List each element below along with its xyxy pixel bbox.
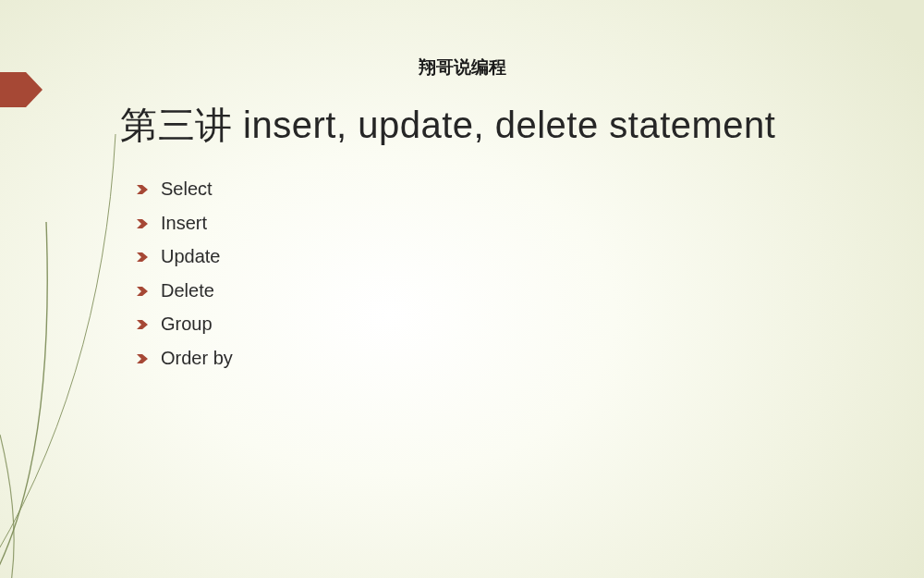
header-label: 翔哥说编程 (0, 55, 924, 80)
list-item: Update (137, 247, 233, 265)
bullet-icon (137, 318, 150, 331)
bullet-icon (137, 352, 150, 365)
svg-marker-6 (137, 354, 148, 363)
slide: 翔哥说编程 第三讲 insert, update, delete stateme… (0, 0, 924, 578)
list-item-label: Order by (161, 349, 233, 367)
list-item: Order by (137, 349, 233, 367)
svg-marker-2 (137, 219, 148, 228)
list-item: Select (137, 179, 233, 198)
svg-marker-4 (137, 287, 148, 296)
svg-marker-3 (137, 252, 148, 262)
list-item: Insert (137, 214, 233, 232)
bullet-list: Select Insert Update Delete Group Order … (137, 179, 233, 382)
bullet-icon (137, 285, 150, 298)
list-item-label: Update (161, 247, 221, 265)
slide-title: 第三讲 insert, update, delete statement (120, 100, 775, 151)
list-item: Group (137, 314, 233, 333)
svg-marker-1 (137, 185, 148, 194)
list-item: Delete (137, 281, 233, 300)
bullet-icon (137, 183, 150, 196)
list-item-label: Group (161, 314, 213, 333)
bullet-icon (137, 217, 150, 230)
list-item-label: Delete (161, 281, 214, 300)
bullet-icon (137, 251, 150, 264)
svg-marker-5 (137, 320, 148, 329)
list-item-label: Select (161, 179, 213, 198)
list-item-label: Insert (161, 214, 207, 232)
